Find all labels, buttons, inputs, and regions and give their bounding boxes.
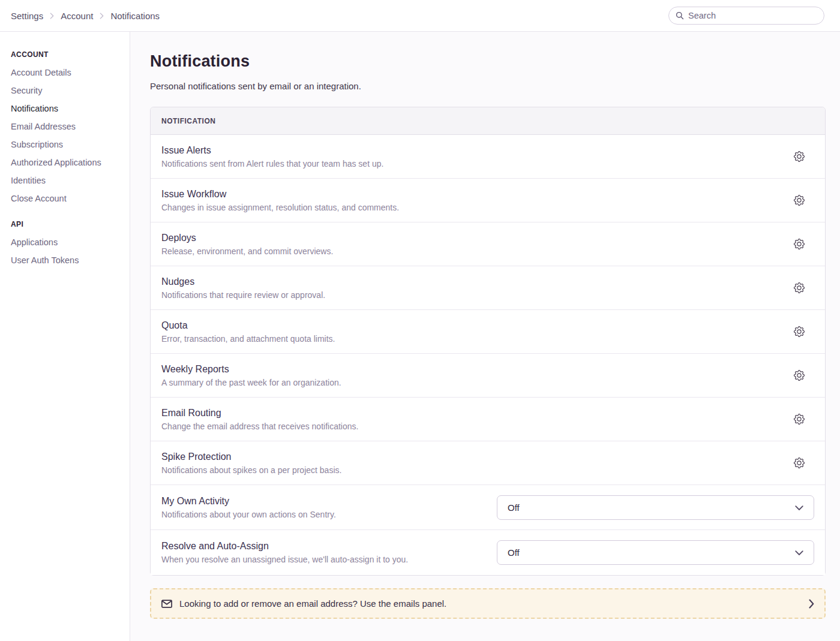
row-title: Issue Workflow (161, 189, 779, 200)
gear-icon (794, 458, 805, 468)
row-description: Release, environment, and commit overvie… (161, 246, 779, 256)
breadcrumb-item-notifications[interactable]: Notifications (110, 11, 160, 21)
row-settings-button[interactable] (791, 324, 807, 339)
row-settings-button[interactable] (791, 236, 807, 252)
row-description: Changes in issue assignment, resolution … (161, 203, 779, 212)
row-text: Issue AlertsNotifications sent from Aler… (161, 145, 791, 168)
row-description: Notifications about your own actions on … (161, 510, 485, 519)
row-description: Notifications sent from Alert rules that… (161, 159, 779, 168)
breadcrumb-item-account[interactable]: Account (61, 11, 93, 21)
row-settings-button[interactable] (791, 368, 807, 383)
sidebar-item-close-account[interactable]: Close Account (11, 194, 67, 203)
banner-text: Looking to add or remove an email addres… (179, 598, 446, 609)
page-description: Personal notifications sent by email or … (150, 81, 826, 91)
chevron-right-icon (809, 599, 814, 609)
row-title: Deploys (161, 233, 779, 243)
sidebar-section-api: APIApplicationsUser Auth Tokens (11, 220, 124, 265)
sidebar-item-user-auth-tokens[interactable]: User Auth Tokens (11, 255, 79, 265)
sidebar-item-applications[interactable]: Applications (11, 237, 58, 247)
search-box[interactable] (668, 7, 824, 25)
table-row-deploys: DeploysRelease, environment, and commit … (151, 222, 825, 266)
select-value: Off (508, 502, 520, 513)
table-row-spike-protection: Spike ProtectionNotifications about spik… (151, 441, 825, 485)
gear-icon (794, 414, 805, 425)
row-description: A summary of the past week for an organi… (161, 378, 779, 387)
gear-icon (794, 282, 805, 293)
my-own-activity-select[interactable]: Off (497, 495, 814, 520)
panel-rows: Issue AlertsNotifications sent from Aler… (151, 135, 825, 575)
gear-icon (794, 151, 805, 162)
envelope-icon (161, 600, 172, 608)
table-row-issue-alerts: Issue AlertsNotifications sent from Aler… (151, 135, 825, 179)
gear-icon (794, 370, 805, 381)
search-input[interactable] (688, 11, 817, 20)
row-text: Issue WorkflowChanges in issue assignmen… (161, 189, 791, 212)
sidebar-item-authorized-applications[interactable]: Authorized Applications (11, 158, 101, 167)
table-row-resolve-and-auto-assign: Resolve and Auto-AssignWhen you resolve … (151, 530, 825, 575)
notifications-panel: NOTIFICATION Issue AlertsNotifications s… (150, 107, 826, 576)
row-title: Spike Protection (161, 452, 779, 462)
breadcrumb: SettingsAccountNotifications (11, 11, 160, 21)
row-title: Email Routing (161, 408, 779, 419)
table-row-nudges: NudgesNotifications that require review … (151, 266, 825, 310)
table-row-my-own-activity: My Own ActivityNotifications about your … (151, 485, 825, 530)
row-settings-button[interactable] (791, 455, 807, 471)
table-row-issue-workflow: Issue WorkflowChanges in issue assignmen… (151, 179, 825, 222)
email-banner[interactable]: Looking to add or remove an email addres… (150, 588, 826, 619)
sidebar-item-account-details[interactable]: Account Details (11, 68, 71, 77)
table-row-email-routing: Email RoutingChange the email address th… (151, 398, 825, 441)
row-settings-button[interactable] (791, 149, 807, 164)
page-title: Notifications (150, 52, 826, 71)
topbar: SettingsAccountNotifications (0, 0, 840, 32)
row-title: Issue Alerts (161, 145, 779, 156)
panel-header: NOTIFICATION (151, 107, 825, 135)
row-settings-button[interactable] (791, 411, 807, 427)
breadcrumb-separator-icon (50, 13, 54, 19)
sidebar-item-subscriptions[interactable]: Subscriptions (11, 140, 63, 149)
row-text: My Own ActivityNotifications about your … (161, 496, 497, 519)
row-description: Notifications that require review or app… (161, 290, 779, 300)
gear-icon (794, 326, 805, 337)
row-settings-button[interactable] (791, 280, 807, 296)
sidebar-item-email-addresses[interactable]: Email Addresses (11, 122, 76, 131)
row-text: Spike ProtectionNotifications about spik… (161, 452, 791, 475)
row-description: When you resolve an unassigned issue, we… (161, 555, 485, 564)
row-title: Resolve and Auto-Assign (161, 541, 485, 552)
sidebar-heading-api: API (11, 220, 124, 228)
row-description: Notifications about spikes on a per proj… (161, 465, 779, 475)
sidebar-heading-account: ACCOUNT (11, 50, 124, 59)
row-text: NudgesNotifications that require review … (161, 276, 791, 300)
gear-icon (794, 195, 805, 206)
breadcrumb-item-settings[interactable]: Settings (11, 11, 43, 21)
table-row-quota: QuotaError, transaction, and attachment … (151, 310, 825, 354)
row-description: Error, transaction, and attachment quota… (161, 334, 779, 344)
sidebar-item-security[interactable]: Security (11, 86, 42, 95)
sidebar-section-account: ACCOUNTAccount DetailsSecurityNotificati… (11, 50, 124, 203)
main-content: Notifications Personal notifications sen… (130, 32, 840, 641)
gear-icon (794, 239, 805, 249)
sidebar-item-notifications[interactable]: Notifications (11, 104, 58, 113)
chevron-down-icon (795, 550, 803, 556)
table-row-weekly-reports: Weekly ReportsA summary of the past week… (151, 354, 825, 398)
row-text: Weekly ReportsA summary of the past week… (161, 364, 791, 387)
row-text: Email RoutingChange the email address th… (161, 408, 791, 431)
sidebar: ACCOUNTAccount DetailsSecurityNotificati… (0, 32, 130, 641)
row-description: Change the email address that receives n… (161, 422, 779, 431)
row-text: DeploysRelease, environment, and commit … (161, 233, 791, 256)
row-text: Resolve and Auto-AssignWhen you resolve … (161, 541, 497, 564)
chevron-down-icon (795, 505, 803, 511)
sidebar-item-identities[interactable]: Identities (11, 176, 46, 185)
resolve-and-auto-assign-select[interactable]: Off (497, 540, 814, 565)
row-text: QuotaError, transaction, and attachment … (161, 320, 791, 344)
row-title: My Own Activity (161, 496, 485, 507)
search-icon (676, 11, 684, 20)
row-title: Weekly Reports (161, 364, 779, 375)
row-title: Nudges (161, 276, 779, 287)
breadcrumb-separator-icon (100, 13, 104, 19)
row-title: Quota (161, 320, 779, 331)
select-value: Off (508, 547, 520, 558)
row-settings-button[interactable] (791, 192, 807, 208)
